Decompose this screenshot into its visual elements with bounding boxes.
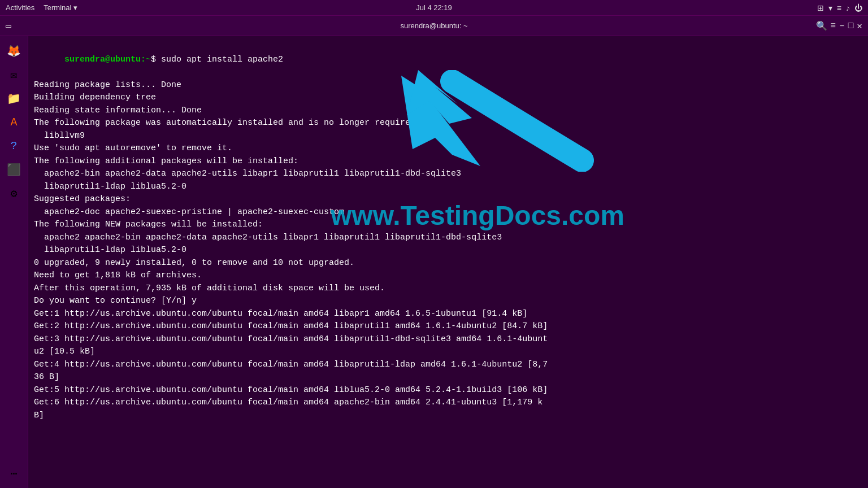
top-bar-left: Activities Terminal ▾ <box>6 3 77 12</box>
minimize-button[interactable]: – <box>839 21 845 31</box>
topbar-icon-power[interactable]: ⏻ <box>854 3 862 12</box>
line-9: libaprutil1-ldap liblua5.2-0 <box>34 181 862 194</box>
line-12: The following NEW packages will be insta… <box>34 219 862 232</box>
title-bar-controls: 🔍 ≡ – □ ✕ <box>816 20 862 32</box>
line-10: Suggested packages: <box>34 193 862 206</box>
terminal-content[interactable]: surendra@ubuntu:~$ sudo apt install apac… <box>28 36 868 488</box>
sidebar-item-terminal[interactable]: ⬛ <box>4 159 24 180</box>
search-icon[interactable]: 🔍 <box>816 20 827 32</box>
gnome-top-bar: Activities Terminal ▾ Jul 4 22:19 ⊞ ▾ ≡ … <box>0 0 868 16</box>
terminal-menu[interactable]: Terminal ▾ <box>44 3 77 12</box>
sidebar-item-email[interactable]: ✉ <box>4 64 24 85</box>
command-text: sudo apt install apache2 <box>161 55 283 64</box>
maximize-button[interactable]: □ <box>848 21 854 31</box>
prompt-dollar: $ <box>151 55 161 64</box>
line-1: Reading package lists... Done <box>34 79 862 92</box>
line-22: u2 [10.5 kB] <box>34 346 862 359</box>
line-6: Use 'sudo apt autoremove' to remove it. <box>34 142 862 155</box>
software-icon: A <box>10 116 17 129</box>
line-8: apache2-bin apache2-data apache2-utils l… <box>34 168 862 181</box>
sidebar-item-firefox[interactable]: 🦊 <box>4 41 24 61</box>
line-24: 36 B] <box>34 371 862 384</box>
line-27: B] <box>34 409 862 422</box>
menu-icon[interactable]: ≡ <box>831 21 836 31</box>
line-3: Reading state information... Done <box>34 104 862 117</box>
line-11: apache2-doc apache2-suexec-pristine | ap… <box>34 206 862 219</box>
firefox-icon: 🦊 <box>7 44 21 58</box>
command-line: surendra@ubuntu:~$ sudo apt install apac… <box>34 41 862 79</box>
title-bar-left: ▭ <box>6 20 11 32</box>
line-19: Get:1 http://us.archive.ubuntu.com/ubunt… <box>34 308 862 321</box>
line-20: Get:2 http://us.archive.ubuntu.com/ubunt… <box>34 320 862 333</box>
line-21: Get:3 http://us.archive.ubuntu.com/ubunt… <box>34 333 862 346</box>
topbar-icon-volume[interactable]: ♪ <box>846 3 850 12</box>
top-bar-datetime: Jul 4 22:19 <box>416 3 452 12</box>
sidebar-item-software[interactable]: A <box>4 112 24 132</box>
topbar-icon-2[interactable]: ▾ <box>828 3 832 12</box>
sidebar: 🦊 ✉ 📁 A ? ⬛ ⚙ ⋯ <box>0 36 28 488</box>
close-button[interactable]: ✕ <box>857 20 862 32</box>
prompt-user: surendra@ubuntu: <box>64 55 146 64</box>
prompt-path: ~ <box>146 55 151 64</box>
main-layout: 🦊 ✉ 📁 A ? ⬛ ⚙ ⋯ surendra@ubuntu:~$ sudo … <box>0 36 868 488</box>
line-5: libllvm9 <box>34 130 862 143</box>
window-title: surendra@ubuntu: ~ <box>400 21 467 30</box>
email-icon: ✉ <box>10 68 17 82</box>
line-26: Get:6 http://us.archive.ubuntu.com/ubunt… <box>34 396 862 409</box>
line-7: The following additional packages will b… <box>34 155 862 168</box>
line-23: Get:4 http://us.archive.ubuntu.com/ubunt… <box>34 359 862 372</box>
help-icon: ? <box>10 140 17 152</box>
topbar-icon-network[interactable]: ≡ <box>837 3 841 12</box>
line-25: Get:5 http://us.archive.ubuntu.com/ubunt… <box>34 384 862 397</box>
line-2: Building dependency tree <box>34 91 862 104</box>
line-17: After this operation, 7,935 kB of additi… <box>34 282 862 295</box>
sidebar-item-help[interactable]: ? <box>4 136 24 156</box>
window-tab-icon: ▭ <box>6 20 11 32</box>
line-18: Do you want to continue? [Y/n] y <box>34 295 862 308</box>
sidebar-item-apps[interactable]: ⋯ <box>4 463 24 483</box>
sidebar-item-files[interactable]: 📁 <box>4 88 24 108</box>
activities-button[interactable]: Activities <box>6 3 34 12</box>
terminal-icon: ⬛ <box>7 163 21 177</box>
window-title-bar: ▭ surendra@ubuntu: ~ 🔍 ≡ – □ ✕ <box>0 16 868 36</box>
line-15: 0 upgraded, 9 newly installed, 0 to remo… <box>34 257 862 270</box>
line-16: Need to get 1,818 kB of archives. <box>34 269 862 282</box>
line-14: libaprutil1-ldap liblua5.2-0 <box>34 244 862 257</box>
line-13: apache2 apache2-bin apache2-data apache2… <box>34 232 862 245</box>
topbar-icon-1[interactable]: ⊞ <box>817 3 824 12</box>
sidebar-item-settings[interactable]: ⚙ <box>4 183 24 203</box>
line-4: The following package was automatically … <box>34 117 862 130</box>
settings-icon: ⚙ <box>10 186 17 201</box>
apps-grid-icon: ⋯ <box>10 467 17 481</box>
top-bar-right: ⊞ ▾ ≡ ♪ ⏻ <box>817 3 862 12</box>
files-icon: 📁 <box>7 91 21 106</box>
